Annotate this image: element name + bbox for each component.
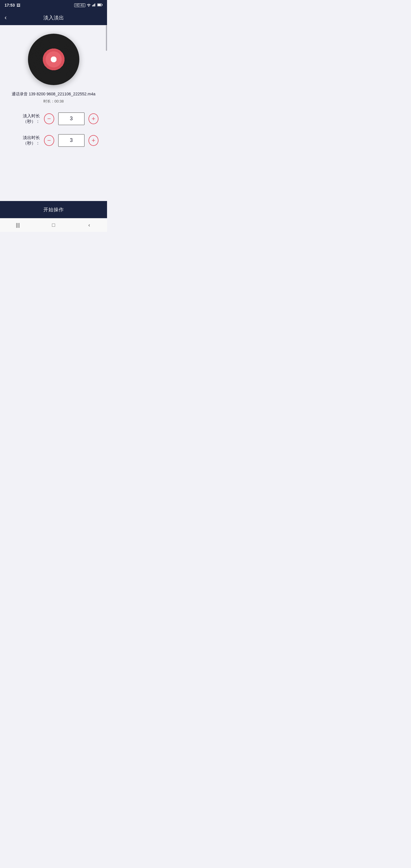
start-action-button[interactable]: 开始操作 (0, 201, 107, 218)
svg-rect-3 (94, 3, 95, 6)
plus-icon: + (92, 116, 95, 122)
fade-out-value: 3 (58, 134, 85, 147)
back-nav-button[interactable]: ‹ (81, 220, 98, 231)
scrollbar-thumb (106, 25, 107, 51)
vinyl-record-container (28, 34, 80, 85)
svg-rect-6 (98, 4, 101, 6)
controls-section: 淡入时长（秒）： − 3 + 淡出时长（秒）： − 3 + (6, 113, 101, 156)
page-title: 淡入淡出 (0, 14, 107, 21)
fade-in-label: 淡入时长（秒）： (8, 113, 40, 124)
fade-out-row: 淡出时长（秒）： − 3 + (8, 134, 98, 147)
signal-icon (92, 3, 96, 7)
system-nav-bar: ||| □ ‹ (0, 218, 107, 232)
status-bar: 17:53 🖼 HD 4G (0, 0, 107, 10)
menu-nav-button[interactable]: ||| (9, 220, 27, 231)
scrollbar-track (106, 25, 107, 201)
main-content: 通话录音 139 8200 9608_221106_222552.m4a 时长：… (0, 25, 107, 201)
fade-in-row: 淡入时长（秒）： − 3 + (8, 113, 98, 125)
svg-rect-5 (102, 4, 102, 6)
battery-icon (97, 3, 102, 7)
wifi-icon (87, 3, 91, 7)
file-duration: 时长：00:38 (12, 99, 95, 104)
back-button[interactable]: ‹ (5, 13, 9, 22)
svg-rect-2 (94, 4, 94, 6)
minus-icon: − (48, 137, 51, 144)
fade-out-label: 淡出时长（秒）： (8, 135, 40, 146)
plus-icon: + (92, 137, 95, 144)
start-action-label: 开始操作 (43, 207, 64, 213)
home-icon: □ (52, 222, 55, 228)
fade-in-decrement-button[interactable]: − (44, 113, 54, 124)
back-nav-icon: ‹ (89, 222, 90, 228)
file-info: 通话录音 139 8200 9608_221106_222552.m4a 时长：… (12, 91, 95, 104)
menu-icon: ||| (16, 222, 20, 228)
svg-rect-1 (93, 5, 94, 6)
fade-in-value: 3 (58, 113, 85, 125)
hd-badge: HD 4G (74, 3, 85, 7)
status-indicators: HD 4G (74, 3, 102, 7)
file-name: 通话录音 139 8200 9608_221106_222552.m4a (12, 91, 95, 97)
fade-out-decrement-button[interactable]: − (44, 135, 54, 146)
back-icon: ‹ (5, 14, 6, 21)
header: ‹ 淡入淡出 (0, 10, 107, 25)
fade-in-increment-button[interactable]: + (89, 113, 98, 124)
vinyl-record (28, 34, 80, 85)
svg-rect-0 (92, 5, 93, 6)
fade-out-increment-button[interactable]: + (89, 135, 98, 146)
minus-icon: − (48, 116, 51, 122)
home-nav-button[interactable]: □ (45, 220, 62, 231)
gallery-icon: 🖼 (17, 3, 20, 7)
status-time: 17:53 (5, 3, 15, 7)
